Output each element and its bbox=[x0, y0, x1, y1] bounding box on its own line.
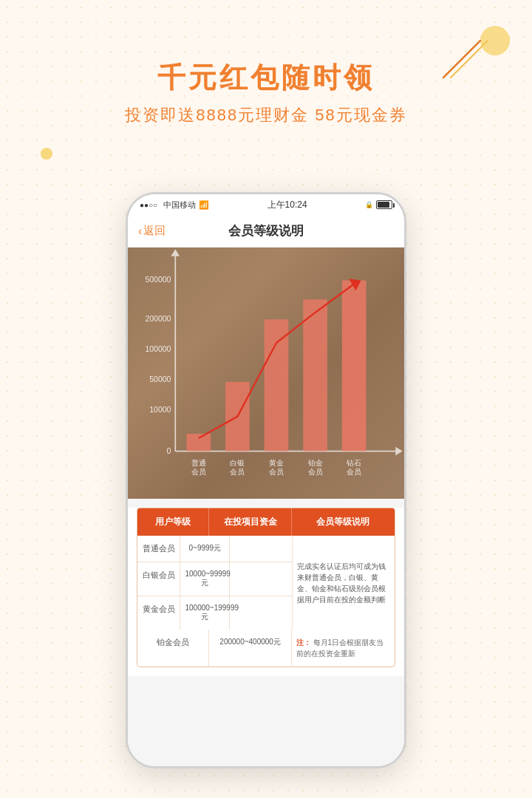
svg-rect-15 bbox=[303, 299, 327, 451]
svg-text:会员: 会员 bbox=[269, 468, 284, 476]
merged-desc-cell: 完成实名认证后均可成为钱来财普通会员，白银、黄金、铂金和钻石级别会员根据用户目前… bbox=[292, 536, 395, 630]
wifi-icon: 📶 bbox=[199, 200, 209, 210]
back-label: 返回 bbox=[143, 224, 166, 238]
svg-text:会员: 会员 bbox=[230, 468, 245, 476]
svg-marker-4 bbox=[395, 447, 402, 456]
table-row: 黄金会员 100000~199999元 bbox=[137, 596, 292, 630]
svg-text:100000: 100000 bbox=[145, 344, 171, 353]
td-level-0: 普通会员 bbox=[137, 536, 180, 562]
td-amount-1: 10000~99999元 bbox=[180, 562, 230, 596]
chart-svg: 500000 200000 100000 50000 10000 0 bbox=[128, 248, 404, 499]
membership-table: 用户等级 在投项目资金 会员等级说明 普通会员 0~9999元 bbox=[137, 508, 395, 667]
note-label: 注： bbox=[296, 638, 311, 647]
lock-icon: 🔒 bbox=[365, 201, 373, 208]
svg-text:50000: 50000 bbox=[149, 375, 171, 383]
svg-text:会员: 会员 bbox=[308, 468, 323, 476]
nav-title: 会员等级说明 bbox=[228, 222, 304, 239]
header-area: 千元红包随时领 投资即送8888元理财金 58元现金券 bbox=[0, 59, 532, 126]
th-investment-amount: 在投项目资金 bbox=[209, 508, 291, 536]
deco-dot-left bbox=[41, 148, 52, 160]
table-row-last: 铂金会员 200000~400000元 注： 每月1日会根据朋友当前的在投资金重… bbox=[137, 630, 395, 666]
multi-rows: 普通会员 0~9999元 白银会员 10000~99999元 黄金会员 bbox=[137, 536, 395, 630]
th-level-desc: 会员等级说明 bbox=[292, 508, 395, 536]
battery-icon bbox=[376, 200, 392, 209]
phone-container: ●●○○ 中国移动 📶 上午10:24 🔒 ‹ 返回 会员等级说明 bbox=[126, 192, 406, 768]
merged-desc-text: 完成实名认证后均可成为钱来财普通会员，白银、黄金、铂金和钻石级别会员根据用户目前… bbox=[297, 561, 390, 605]
left-cols: 普通会员 0~9999元 白银会员 10000~99999元 黄金会员 bbox=[137, 536, 292, 630]
nav-bar: ‹ 返回 会员等级说明 bbox=[128, 215, 404, 248]
phone-frame: ●●○○ 中国移动 📶 上午10:24 🔒 ‹ 返回 会员等级说明 bbox=[126, 192, 406, 768]
carrier-label: 中国移动 bbox=[163, 200, 196, 211]
svg-text:500000: 500000 bbox=[145, 275, 171, 284]
td-level-2: 黄金会员 bbox=[137, 596, 180, 630]
status-bar: ●●○○ 中国移动 📶 上午10:24 🔒 bbox=[128, 194, 404, 215]
table-row: 普通会员 0~9999元 bbox=[137, 536, 292, 562]
svg-text:白银: 白银 bbox=[230, 459, 245, 467]
svg-text:铂金: 铂金 bbox=[307, 459, 323, 467]
status-left: ●●○○ 中国移动 📶 bbox=[140, 200, 209, 211]
svg-text:钻石: 钻石 bbox=[346, 459, 361, 467]
td-amount-last: 200000~400000元 bbox=[209, 630, 291, 666]
td-amount-2: 100000~199999元 bbox=[180, 596, 230, 630]
table-row: 白银会员 10000~99999元 bbox=[137, 562, 292, 596]
table-header: 用户等级 在投项目资金 会员等级说明 bbox=[137, 508, 395, 536]
td-desc-last: 注： 每月1日会根据朋友当前的在投资金重新 bbox=[292, 630, 395, 666]
chart-area: 500000 200000 100000 50000 10000 0 bbox=[128, 248, 404, 499]
svg-rect-14 bbox=[265, 319, 289, 451]
sub-title: 投资即送8888元理财金 58元现金券 bbox=[0, 104, 532, 126]
td-level-last: 铂金会员 bbox=[137, 630, 209, 666]
svg-rect-16 bbox=[342, 281, 366, 451]
td-amount-0: 0~9999元 bbox=[180, 536, 230, 562]
svg-text:会员: 会员 bbox=[347, 468, 361, 476]
svg-text:0: 0 bbox=[167, 446, 171, 455]
nav-back-button[interactable]: ‹ 返回 bbox=[138, 224, 166, 238]
signal-dots: ●●○○ bbox=[140, 201, 157, 209]
th-user-level: 用户等级 bbox=[137, 508, 209, 536]
chevron-left-icon: ‹ bbox=[138, 225, 142, 238]
status-time: 上午10:24 bbox=[267, 199, 307, 211]
td-level-1: 白银会员 bbox=[137, 562, 180, 596]
phone-content[interactable]: 500000 200000 100000 50000 10000 0 bbox=[128, 248, 404, 768]
svg-rect-12 bbox=[186, 434, 211, 451]
svg-text:10000: 10000 bbox=[149, 405, 171, 414]
svg-text:200000: 200000 bbox=[145, 314, 171, 323]
svg-text:黄金: 黄金 bbox=[269, 459, 284, 467]
svg-marker-5 bbox=[171, 249, 180, 256]
main-title: 千元红包随时领 bbox=[0, 59, 532, 97]
status-right: 🔒 bbox=[365, 200, 392, 209]
svg-text:会员: 会员 bbox=[191, 468, 206, 476]
table-area: 用户等级 在投项目资金 会员等级说明 普通会员 0~9999元 bbox=[128, 508, 404, 676]
svg-text:普通: 普通 bbox=[191, 459, 206, 467]
battery-fill bbox=[378, 202, 389, 208]
